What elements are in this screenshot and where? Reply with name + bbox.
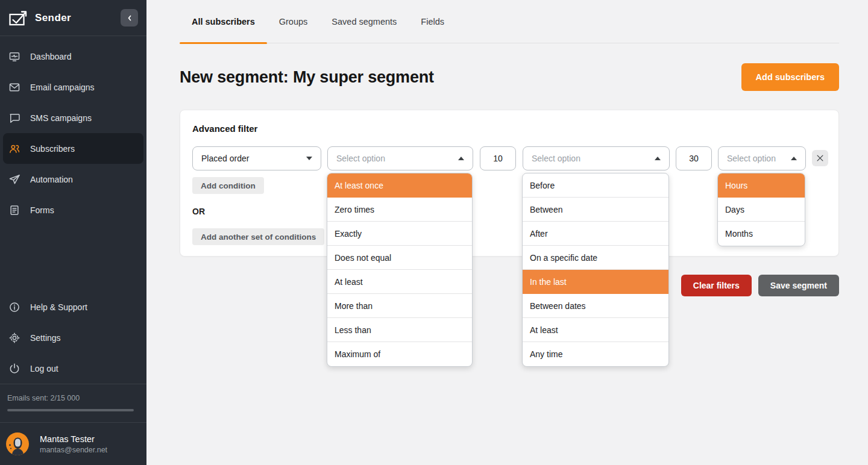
- sidebar-item-dashboard[interactable]: Dashboard: [0, 41, 146, 72]
- page-title: New segment: My super segment: [180, 68, 434, 87]
- sidebar-item-label: Log out: [30, 364, 58, 373]
- sidebar-logo-row: Sender: [0, 0, 146, 36]
- sidebar-item-log-out[interactable]: Log out: [0, 353, 146, 384]
- envelope-icon: [8, 81, 21, 94]
- sidebar-item-settings[interactable]: Settings: [0, 322, 146, 353]
- dropdown-option[interactable]: Less than: [327, 318, 472, 342]
- chevron-up-icon: [655, 157, 661, 160]
- gear-icon: [8, 331, 21, 345]
- tab-label: Saved segments: [332, 17, 397, 27]
- tab-all-subscribers[interactable]: All subscribers: [180, 0, 267, 43]
- add-subscribers-button[interactable]: Add subscribers: [741, 63, 839, 91]
- condition-select[interactable]: Placed order: [192, 146, 321, 170]
- sidebar-item-help-support[interactable]: Help & Support: [0, 292, 146, 322]
- sidebar-item-sms-campaigns[interactable]: SMS campaigns: [0, 102, 146, 133]
- tab-label: Fields: [421, 17, 444, 27]
- dropdown-option[interactable]: More than: [327, 294, 472, 318]
- operator-dropdown-list: At least once Zero times Exactly Does no…: [327, 173, 473, 367]
- tab-fields[interactable]: Fields: [409, 0, 456, 43]
- brand-name: Sender: [35, 12, 71, 24]
- sidebar-collapse-button[interactable]: [121, 9, 138, 27]
- info-icon: [8, 301, 21, 314]
- paper-plane-icon: [8, 173, 21, 186]
- timeframe-select[interactable]: Select option: [523, 146, 670, 170]
- advanced-filter-heading: Advanced filter: [192, 123, 257, 134]
- unit-dropdown-list: Hours Days Months: [717, 173, 805, 246]
- dropdown-option[interactable]: Between dates: [523, 294, 668, 318]
- chevron-down-icon: [306, 157, 312, 160]
- sidebar-item-forms[interactable]: Forms: [0, 195, 146, 225]
- sidebar-item-label: Settings: [30, 333, 61, 343]
- dropdown-option[interactable]: Zero times: [327, 198, 472, 222]
- add-condition-button[interactable]: Add condition: [192, 177, 264, 194]
- form-icon: [8, 204, 21, 217]
- dropdown-option[interactable]: Exactly: [327, 222, 472, 246]
- dropdown-option[interactable]: At least: [327, 270, 472, 294]
- sidebar-item-subscribers[interactable]: Subscribers: [3, 133, 143, 164]
- tab-saved-segments[interactable]: Saved segments: [319, 0, 409, 43]
- dropdown-option[interactable]: Maximum of: [327, 342, 472, 366]
- chevron-left-icon: [125, 14, 134, 22]
- sidebar-item-label: Subscribers: [30, 144, 75, 154]
- condition-select-value: Placed order: [201, 154, 249, 163]
- sender-logo-icon: [8, 8, 28, 28]
- dropdown-option[interactable]: Days: [718, 198, 805, 222]
- unit-select[interactable]: Select option: [718, 146, 806, 170]
- dropdown-option[interactable]: Before: [523, 173, 668, 198]
- unit-select-placeholder: Select option: [727, 154, 776, 163]
- sidebar-item-label: Email campaigns: [30, 83, 95, 92]
- user-info: Mantas Tester mantas@sender.net: [40, 434, 107, 454]
- dropdown-option[interactable]: Any time: [523, 342, 668, 366]
- add-set-of-conditions-button[interactable]: Add another set of conditions: [192, 228, 324, 245]
- chevron-up-icon: [458, 157, 464, 160]
- tab-bar: All subscribers Groups Saved segments Fi…: [180, 0, 839, 43]
- sidebar-nav: Dashboard Email campaigns SMS campaigns …: [0, 41, 146, 225]
- count-input[interactable]: [480, 146, 516, 170]
- dropdown-option[interactable]: In the last: [523, 270, 668, 294]
- user-name: Mantas Tester: [40, 434, 107, 444]
- usage-section: Emails sent: 2/15 000: [0, 384, 146, 422]
- or-label: OR: [192, 207, 205, 216]
- dropdown-option[interactable]: Between: [523, 198, 668, 222]
- dropdown-option[interactable]: Hours: [718, 173, 805, 198]
- dashboard-icon: [8, 50, 21, 63]
- remove-condition-button[interactable]: [812, 150, 828, 166]
- dropdown-option[interactable]: On a specific date: [523, 246, 668, 270]
- close-icon: [816, 154, 825, 163]
- dropdown-option[interactable]: Does not equal: [327, 246, 472, 270]
- dropdown-option[interactable]: After: [523, 222, 668, 246]
- amount-input[interactable]: [676, 146, 712, 170]
- timeframe-dropdown-list: Before Between After On a specific date …: [522, 173, 669, 367]
- emails-sent-label: Emails sent: 2/15 000: [7, 394, 139, 402]
- people-icon: [8, 142, 21, 155]
- tab-label: Groups: [279, 17, 308, 27]
- user-profile[interactable]: Mantas Tester mantas@sender.net: [0, 423, 146, 465]
- sidebar-item-email-campaigns[interactable]: Email campaigns: [0, 72, 146, 102]
- power-icon: [8, 362, 21, 375]
- sidebar-bottom: Help & Support Settings Log out Emails s…: [0, 292, 146, 465]
- save-segment-button[interactable]: Save segment: [758, 275, 839, 296]
- sidebar-item-label: Forms: [30, 205, 54, 215]
- operator-select[interactable]: Select option: [327, 146, 473, 170]
- emails-sent-progress-bar: [7, 409, 134, 411]
- clear-filters-button[interactable]: Clear filters: [681, 275, 752, 296]
- sidebar-item-label: Automation: [30, 175, 73, 184]
- sidebar-item-label: Help & Support: [30, 302, 87, 312]
- timeframe-select-placeholder: Select option: [532, 154, 580, 163]
- dropdown-option[interactable]: Months: [718, 222, 805, 246]
- operator-select-placeholder: Select option: [336, 154, 385, 163]
- user-email: mantas@sender.net: [40, 446, 107, 454]
- sidebar-item-label: SMS campaigns: [30, 113, 92, 123]
- main-content: All subscribers Groups Saved segments Fi…: [146, 0, 868, 465]
- sidebar-item-label: Dashboard: [30, 52, 72, 61]
- avatar: [6, 432, 29, 455]
- segment-actions: Clear filters Save segment: [681, 275, 839, 296]
- tab-label: All subscribers: [192, 17, 255, 27]
- dropdown-option[interactable]: At least: [523, 318, 668, 342]
- tab-groups[interactable]: Groups: [267, 0, 320, 43]
- page-header: New segment: My super segment Add subscr…: [180, 63, 839, 91]
- sidebar-item-automation[interactable]: Automation: [0, 164, 146, 195]
- chat-bubble-icon: [8, 111, 21, 125]
- dropdown-option[interactable]: At least once: [327, 173, 472, 198]
- chevron-up-icon: [791, 157, 797, 160]
